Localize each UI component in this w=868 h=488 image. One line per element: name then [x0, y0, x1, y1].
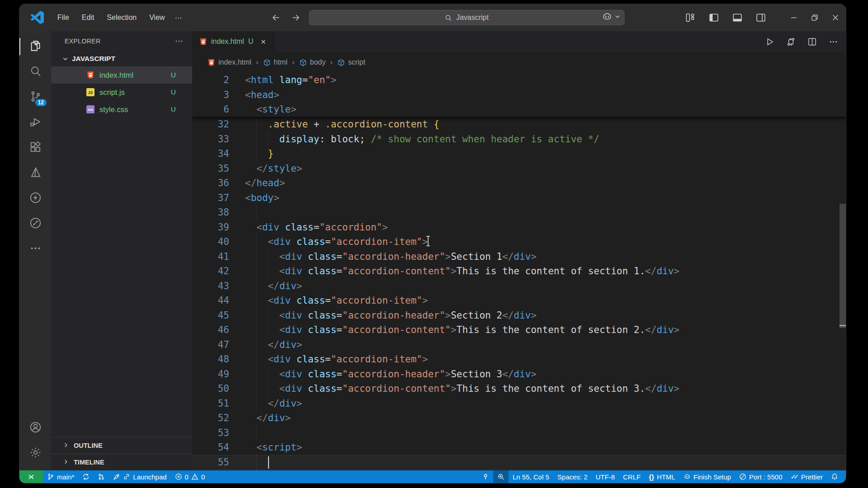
- forward-button[interactable]: [289, 11, 302, 24]
- statusbar-prettier[interactable]: ✓✓Prettier: [787, 470, 827, 483]
- tab-close-icon[interactable]: [260, 38, 267, 45]
- folder-row-javascript[interactable]: JAVASCRIPT: [51, 51, 192, 66]
- activitybar-pyramid-extension[interactable]: [19, 160, 51, 186]
- breadcrumb-item-body[interactable]: body: [299, 58, 326, 66]
- statusbar-pull-request[interactable]: [94, 470, 109, 483]
- activitybar-share-extension[interactable]: [19, 211, 51, 236]
- activitybar-thunder-client[interactable]: [19, 186, 51, 211]
- tab-bar: index.html U: [192, 31, 846, 52]
- statusbar-eol-sequence[interactable]: CRLF: [619, 470, 645, 483]
- code-text: <div class="accordion-header">Section 3<…: [245, 367, 537, 382]
- editor-scrollbar[interactable]: [840, 204, 846, 328]
- activitybar-search[interactable]: [19, 59, 51, 84]
- indent-guide: [268, 381, 269, 396]
- statusbar-launchpad[interactable]: Launchpad: [109, 470, 170, 483]
- tab-index-html[interactable]: index.html U: [192, 31, 274, 52]
- open-changes-icon[interactable]: [786, 37, 796, 47]
- run-button[interactable]: [764, 37, 775, 47]
- mouse-text-cursor: [425, 235, 431, 249]
- activitybar-extensions[interactable]: [19, 135, 51, 160]
- code-text: </div>: [245, 396, 302, 411]
- restore-button[interactable]: [804, 4, 825, 31]
- statusbar-label: UTF-8: [596, 473, 615, 481]
- sticky-scroll: 2<html lang="en">3<head>6 <style>: [192, 73, 846, 117]
- toggle-secondary-sidebar-button[interactable]: [755, 12, 767, 23]
- command-center-search[interactable]: Javascript: [309, 10, 624, 25]
- customize-layout-button[interactable]: [684, 12, 696, 23]
- statusbar-problems[interactable]: 00: [171, 470, 209, 483]
- activitybar-accounts[interactable]: [19, 415, 51, 441]
- menu-file[interactable]: File: [52, 11, 75, 24]
- back-button[interactable]: [269, 11, 283, 24]
- close-button[interactable]: [825, 4, 846, 31]
- statusbar-language-mode[interactable]: {}HTML: [645, 470, 679, 483]
- indent-guide: [256, 367, 257, 382]
- copilot-menu[interactable]: [602, 11, 621, 24]
- statusbar-port-pin[interactable]: [478, 470, 493, 483]
- more-actions-button[interactable]: [828, 37, 839, 47]
- split-editor-button[interactable]: [807, 37, 817, 47]
- statusbar-git-branch[interactable]: main*: [43, 470, 78, 483]
- symbol-cube-icon: [263, 59, 271, 66]
- manage-icon: [29, 446, 42, 461]
- code-line-33: 33 display: block; /* show content when …: [192, 132, 846, 147]
- line-number: 48: [192, 352, 229, 367]
- code-line-3: 3<head>: [192, 88, 846, 103]
- statusbar-indentation[interactable]: Spaces: 2: [553, 470, 592, 483]
- line-number: 50: [192, 381, 229, 396]
- activitybar-run-and-debug[interactable]: [19, 110, 51, 135]
- line-number: 38: [192, 205, 229, 220]
- statusbar-encoding[interactable]: UTF-8: [592, 470, 619, 483]
- pyramid-extension-icon: [29, 166, 42, 181]
- code-line-51: 51 </div>: [192, 396, 846, 411]
- zoomplus-icon: [497, 473, 505, 480]
- statusbar-copilot-status[interactable]: Finish Setup: [679, 470, 735, 483]
- indent-guide: [268, 249, 269, 264]
- code-line-45: 45 <div class="accordion-header">Section…: [192, 308, 846, 323]
- sidebar-title: EXPLORER: [65, 38, 100, 45]
- line-number: 51: [192, 396, 229, 411]
- activitybar-manage[interactable]: [19, 441, 51, 466]
- minimize-button[interactable]: [783, 4, 804, 31]
- chevron-right-icon: [63, 459, 69, 466]
- status-bar: main*Launchpad00 Ln 55, Col 5Spaces: 2UT…: [19, 470, 846, 483]
- breadcrumb-item-html[interactable]: html: [263, 58, 288, 66]
- statusbar-sync-changes[interactable]: [78, 470, 94, 483]
- indent-guide: [256, 249, 257, 264]
- statusbar-zoom-indicator[interactable]: [493, 470, 509, 483]
- menu-overflow-button[interactable]: ⋯: [170, 11, 188, 24]
- statusbar-remote-indicator[interactable]: [19, 470, 43, 483]
- breadcrumb-label: body: [310, 58, 326, 66]
- indent-guide: [268, 132, 269, 147]
- breadcrumb-item-script[interactable]: script: [337, 58, 365, 66]
- section-outline[interactable]: OUTLINE: [51, 437, 192, 454]
- menu-view[interactable]: View: [144, 11, 170, 24]
- folder-label: JAVASCRIPT: [72, 55, 115, 63]
- menu-edit[interactable]: Edit: [76, 11, 100, 24]
- explorer-more-actions-button[interactable]: ⋯: [175, 36, 184, 46]
- line-number: 3: [192, 88, 229, 103]
- activitybar-additional-views[interactable]: [19, 236, 51, 262]
- statusbar-cursor-position[interactable]: Ln 55, Col 5: [509, 470, 553, 483]
- breadcrumb-item-index-html[interactable]: index.html: [208, 58, 251, 66]
- section-timeline[interactable]: TIMELINE: [51, 454, 192, 470]
- breadcrumb-separator: ›: [255, 58, 259, 67]
- toggle-panel-button[interactable]: [731, 12, 743, 23]
- file-row-style-css[interactable]: cssstyle.cssU: [51, 101, 192, 118]
- line-number: 45: [192, 308, 229, 323]
- file-row-script-js[interactable]: JSscript.jsU: [51, 84, 192, 101]
- activitybar-source-control[interactable]: 12: [19, 84, 51, 110]
- statusbar-notifications[interactable]: [827, 470, 842, 483]
- menu-selection[interactable]: Selection: [101, 11, 142, 24]
- html-file-icon: [199, 38, 207, 46]
- code-editor[interactable]: 2<html lang="en">3<head>6 <style> 32 .ac…: [192, 73, 846, 470]
- error-icon: [175, 473, 182, 480]
- activitybar-explorer[interactable]: [19, 34, 51, 59]
- code-line-44: 44 <div class="accordion-item">: [192, 293, 846, 308]
- code-text: <div class="accordion-item">: [245, 235, 428, 249]
- svg-text:css: css: [88, 108, 93, 111]
- file-row-index-html[interactable]: index.htmlU: [51, 66, 192, 84]
- statusbar-live-server-port[interactable]: Port : 5500: [735, 470, 786, 483]
- code-line-43: 43 </div>: [192, 279, 846, 294]
- toggle-primary-sidebar-button[interactable]: [708, 12, 720, 23]
